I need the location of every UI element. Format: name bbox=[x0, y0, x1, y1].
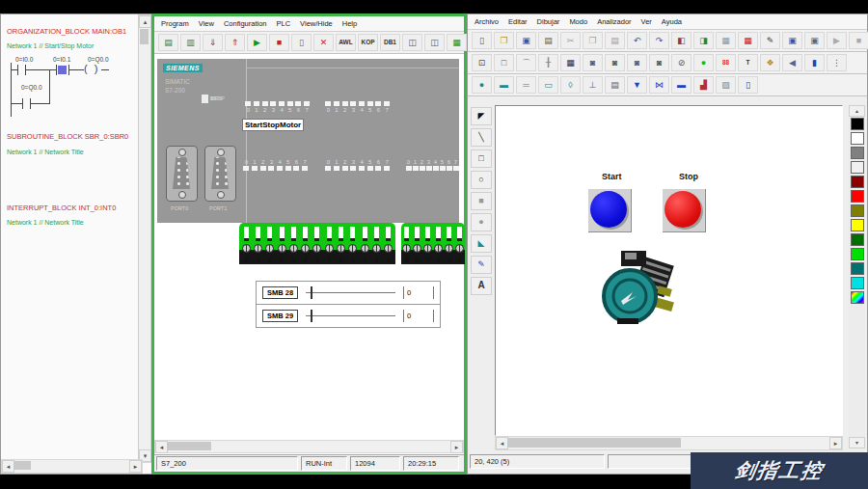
shutter-icon[interactable]: ▤ bbox=[605, 76, 625, 94]
menu-item[interactable]: Program bbox=[158, 18, 196, 29]
save-project-icon[interactable]: ▥ bbox=[180, 34, 201, 51]
terminal[interactable]: 2 bbox=[454, 223, 465, 277]
color-swatch[interactable] bbox=[851, 161, 864, 174]
save-file-icon[interactable]: ▣ bbox=[516, 32, 536, 49]
filled-rect-tool-icon[interactable]: ■ bbox=[471, 192, 492, 210]
menu-item[interactable]: Archivo bbox=[472, 16, 505, 27]
io-indicator[interactable]: 0 bbox=[244, 101, 253, 113]
io-indicator[interactable]: 1 bbox=[333, 159, 341, 171]
lamp-icon[interactable]: ● bbox=[693, 54, 714, 71]
scroll-thumb[interactable] bbox=[507, 438, 681, 448]
horizontal-scrollbar[interactable]: ◂ ▸ bbox=[1, 459, 143, 474]
smb28-slider[interactable] bbox=[306, 286, 395, 300]
io-indicator[interactable]: 6 bbox=[294, 101, 303, 113]
color-swatch[interactable] bbox=[851, 277, 864, 289]
scroll-thumb[interactable] bbox=[140, 29, 149, 44]
arc-tool-icon[interactable]: ⌒ bbox=[516, 54, 536, 71]
chart-icon[interactable]: ▟ bbox=[693, 76, 714, 94]
io-indicator[interactable]: 0 bbox=[324, 159, 333, 171]
io-indicator[interactable]: 0 bbox=[324, 101, 333, 113]
play-icon[interactable]: ▶ bbox=[827, 32, 847, 49]
piston-icon[interactable]: ▭ bbox=[538, 76, 558, 94]
io-indicator[interactable]: 0 bbox=[242, 159, 251, 171]
io-indicator[interactable]: 7 bbox=[452, 159, 459, 171]
io-indicator[interactable]: 7 bbox=[383, 159, 392, 171]
menu-item[interactable]: Dibujar bbox=[534, 16, 567, 27]
terminal[interactable]: 6 bbox=[412, 223, 422, 277]
line-tool-icon[interactable]: ╲ bbox=[471, 128, 492, 147]
menu-item[interactable]: Editar bbox=[505, 16, 534, 27]
slider-thumb[interactable] bbox=[311, 286, 312, 299]
plc-window-icon[interactable]: ▯ bbox=[291, 34, 312, 51]
grid-cross-icon[interactable]: ╂ bbox=[538, 54, 558, 71]
palette-icon[interactable]: ❖ bbox=[760, 54, 780, 71]
db1-view-button[interactable]: DB1 bbox=[380, 34, 400, 51]
terminal[interactable]: 3 bbox=[276, 223, 287, 277]
color-swatch[interactable] bbox=[851, 248, 864, 260]
start-pushbutton[interactable] bbox=[587, 188, 632, 232]
io-indicator[interactable]: 3 bbox=[425, 159, 432, 171]
conveyor-icon[interactable]: ▬ bbox=[494, 76, 514, 94]
horizontal-scrollbar[interactable]: ◂ ▸ bbox=[154, 440, 464, 453]
filled-ellipse-tool-icon[interactable]: ● bbox=[471, 213, 492, 231]
terminal[interactable]: 1 bbox=[252, 223, 263, 277]
color-swatch[interactable] bbox=[851, 118, 864, 130]
scale-icon[interactable]: ⊥ bbox=[583, 76, 603, 94]
motor-icon[interactable]: ● bbox=[472, 76, 492, 94]
selector-switch-icon[interactable]: ◙ bbox=[627, 54, 647, 71]
pushbutton-off-icon[interactable]: ⊘ bbox=[671, 54, 692, 71]
terminal[interactable]: 0 bbox=[433, 223, 444, 277]
motor-image[interactable] bbox=[600, 249, 683, 328]
io-indicator[interactable]: 1 bbox=[253, 101, 261, 113]
io-indicator[interactable]: 2 bbox=[340, 101, 349, 113]
terminal[interactable]: 2 bbox=[264, 223, 276, 277]
pushbutton-nc-icon[interactable]: ◙ bbox=[605, 54, 625, 71]
menu-item[interactable]: View/Hide bbox=[297, 18, 339, 29]
run-icon[interactable]: ▶ bbox=[247, 34, 267, 51]
scroll-right-arrow[interactable]: ▸ bbox=[129, 460, 142, 473]
slider-meter-icon[interactable]: ⋮ bbox=[827, 54, 847, 71]
color-swatch[interactable] bbox=[851, 219, 864, 231]
io-indicator[interactable]: 5 bbox=[366, 101, 374, 113]
scroll-right-arrow[interactable]: ▸ bbox=[829, 437, 842, 449]
io-indicator[interactable]: 6 bbox=[292, 159, 301, 171]
trend-window-icon[interactable]: ▦ bbox=[447, 34, 467, 51]
select-tool-icon[interactable]: ◤ bbox=[471, 107, 492, 125]
kop-view-button[interactable]: KOP bbox=[358, 34, 378, 51]
pencil-icon[interactable]: ✎ bbox=[760, 32, 780, 49]
bar-meter-icon[interactable]: ▮ bbox=[804, 54, 825, 71]
color-swatch[interactable] bbox=[851, 176, 864, 188]
funnel-icon[interactable]: ▼ bbox=[627, 76, 647, 94]
terminal[interactable]: 4 bbox=[287, 223, 299, 277]
menu-item[interactable]: Help bbox=[339, 18, 364, 29]
pushbutton-led-icon[interactable]: ◙ bbox=[649, 54, 669, 71]
open-project-icon[interactable]: ▤ bbox=[158, 34, 178, 51]
io-indicator[interactable]: 3 bbox=[349, 159, 358, 171]
io-indicator[interactable]: 7 bbox=[301, 159, 310, 171]
hatch-icon[interactable]: ▨ bbox=[716, 76, 736, 94]
panel-icon[interactable]: ▣ bbox=[804, 32, 825, 49]
io-indicator[interactable]: 5 bbox=[366, 159, 374, 171]
redo-icon[interactable]: ↷ bbox=[649, 32, 669, 49]
io-indicator[interactable]: 0 bbox=[405, 159, 412, 171]
terminal[interactable]: 2 bbox=[359, 223, 370, 277]
io-indicator[interactable]: 4 bbox=[432, 159, 439, 171]
open-file-icon[interactable]: ❐ bbox=[494, 32, 514, 49]
terminal[interactable]: 7 bbox=[323, 223, 335, 277]
io-indicator[interactable]: 6 bbox=[374, 159, 383, 171]
io-indicator[interactable]: 1 bbox=[412, 159, 419, 171]
io-indicator[interactable]: 2 bbox=[260, 101, 269, 113]
io-indicator[interactable]: 5 bbox=[285, 101, 294, 113]
palette-down-arrow[interactable]: ▾ bbox=[849, 437, 865, 448]
io-indicator[interactable]: 3 bbox=[349, 101, 358, 113]
upload-plc-icon[interactable]: ⇑ bbox=[225, 34, 245, 51]
terminal[interactable]: 0 bbox=[240, 223, 252, 277]
exit-door-icon[interactable]: ▤ bbox=[538, 32, 558, 49]
chart-window-icon[interactable]: ◫ bbox=[424, 34, 445, 51]
write-plc-icon[interactable]: ◧ bbox=[671, 32, 692, 49]
io-indicator[interactable]: 3 bbox=[269, 101, 278, 113]
hmi-canvas[interactable]: Start Stop bbox=[495, 105, 843, 436]
terminal[interactable]: 3 bbox=[370, 223, 382, 277]
io-indicator[interactable]: 5 bbox=[284, 159, 292, 171]
menu-item[interactable]: PLC bbox=[274, 18, 298, 29]
